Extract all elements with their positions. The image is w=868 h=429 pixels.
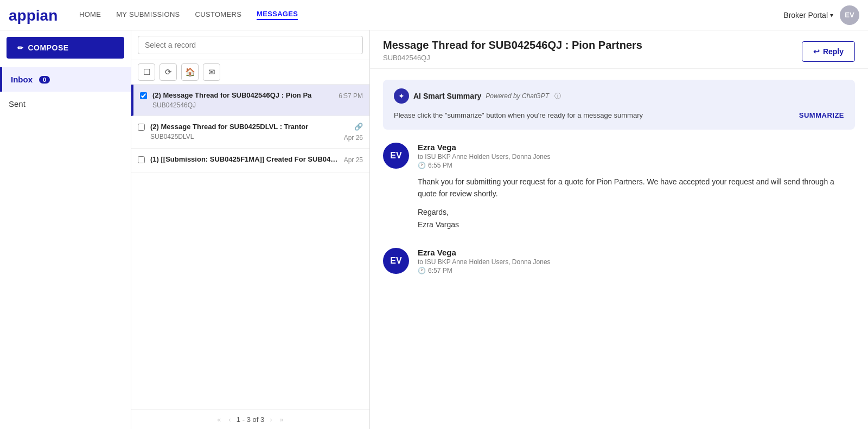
message-time: Apr 25 bbox=[344, 156, 363, 164]
thread-title: Message Thread for SUB042546QJ : Pion Pa… bbox=[383, 39, 642, 52]
message-sub: SUB042546QJ bbox=[152, 101, 333, 109]
ai-icon: ✦ bbox=[394, 88, 409, 104]
nav-links: HOME MY SUBMISSIONS CUSTOMERS MESSAGES bbox=[79, 10, 298, 20]
thread-panel: Message Thread for SUB042546QJ : Pion Pa… bbox=[370, 30, 868, 429]
nav-right: Broker Portal ▾ EV bbox=[783, 5, 859, 25]
app-logo[interactable]: appian bbox=[9, 7, 58, 24]
email-message: EV Ezra Vega to ISU BKP Anne Holden User… bbox=[383, 248, 855, 274]
main-layout: ✏ COMPOSE Inbox 0 Sent ☐ ⟳ 🏠 bbox=[0, 30, 868, 429]
email-sender: Ezra Vega bbox=[418, 248, 855, 257]
message-item[interactable]: (1) [[Submission: SUB0425F1MA]] Created … bbox=[131, 149, 369, 172]
broker-portal-dropdown[interactable]: Broker Portal ▾ bbox=[783, 11, 833, 20]
chevron-down-icon: ▾ bbox=[830, 11, 833, 19]
first-page-button[interactable]: « bbox=[215, 414, 223, 425]
pagination-range: 1 - 3 of 3 bbox=[237, 415, 264, 424]
message-subject: (2) Message Thread for SUB042546QJ : Pio… bbox=[152, 91, 333, 100]
archive-icon: 🏠 bbox=[185, 67, 195, 77]
ai-summary-block: ✦ AI Smart Summary Powered by ChatGPT ⓘ … bbox=[383, 80, 855, 130]
search-bar-row bbox=[131, 30, 369, 60]
thread-header: Message Thread for SUB042546QJ : Pion Pa… bbox=[370, 30, 868, 69]
message-checkbox[interactable] bbox=[138, 156, 145, 163]
email-message: EV Ezra Vega to ISU BKP Anne Holden User… bbox=[383, 143, 855, 231]
user-avatar[interactable]: EV bbox=[840, 5, 859, 25]
nav-home[interactable]: HOME bbox=[79, 10, 101, 20]
checkbox-icon: ☐ bbox=[143, 67, 150, 77]
ai-powered-by: Powered by ChatGPT bbox=[486, 92, 549, 100]
ai-summary-text: Please click the "summarize" button when… bbox=[394, 110, 790, 121]
sender-avatar: EV bbox=[383, 248, 409, 274]
message-item[interactable]: (2) Message Thread for SUB042546QJ : Pio… bbox=[131, 85, 369, 116]
search-input[interactable] bbox=[138, 36, 363, 54]
email-time: 🕐 6:55 PM bbox=[418, 162, 855, 169]
nav-customers[interactable]: CUSTOMERS bbox=[195, 10, 242, 20]
clock-icon: 🕐 bbox=[418, 267, 426, 274]
email-time: 🕐 6:57 PM bbox=[418, 267, 855, 274]
clock-icon: 🕐 bbox=[418, 162, 426, 169]
message-time: 6:57 PM bbox=[339, 92, 363, 100]
sent-label: Sent bbox=[9, 99, 25, 108]
reply-icon: ↩ bbox=[813, 47, 820, 56]
thread-subtitle: SUB042546QJ bbox=[383, 54, 642, 62]
email-to: to ISU BKP Anne Holden Users, Donna Jone… bbox=[418, 153, 855, 161]
nav-my-submissions[interactable]: MY SUBMISSIONS bbox=[116, 10, 180, 20]
pencil-icon: ✏ bbox=[17, 44, 24, 52]
toolbar-row: ☐ ⟳ 🏠 ✉ bbox=[131, 60, 369, 85]
left-sidebar: ✏ COMPOSE Inbox 0 Sent bbox=[0, 30, 131, 429]
compose-button[interactable]: ✏ COMPOSE bbox=[7, 37, 124, 59]
inbox-badge: 0 bbox=[39, 76, 50, 84]
prev-page-button[interactable]: ‹ bbox=[227, 414, 233, 425]
thread-content: ✦ AI Smart Summary Powered by ChatGPT ⓘ … bbox=[370, 69, 868, 429]
email-content: Thank you for submitting your request fo… bbox=[418, 176, 855, 231]
refresh-button[interactable]: ⟳ bbox=[159, 63, 177, 81]
message-list: (2) Message Thread for SUB042546QJ : Pio… bbox=[131, 85, 369, 409]
envelope-icon: ✉ bbox=[208, 67, 215, 77]
sidebar-navigation: Inbox 0 Sent bbox=[0, 65, 131, 118]
message-list-panel: ☐ ⟳ 🏠 ✉ (2) Message Thread for SUB042546… bbox=[131, 30, 370, 429]
refresh-icon: ⟳ bbox=[165, 67, 172, 77]
sidebar-item-inbox[interactable]: Inbox 0 bbox=[0, 67, 131, 92]
email-to: to ISU BKP Anne Holden Users, Donna Jone… bbox=[418, 258, 855, 266]
message-sub: SUB0425DLVL bbox=[150, 133, 339, 140]
last-page-button[interactable]: » bbox=[278, 414, 286, 425]
pagination-row: « ‹ 1 - 3 of 3 › » bbox=[131, 409, 369, 429]
nav-messages[interactable]: MESSAGES bbox=[257, 10, 298, 20]
message-item[interactable]: (2) Message Thread for SUB0425DLVL : Tra… bbox=[131, 116, 369, 149]
next-page-button[interactable]: › bbox=[267, 414, 274, 425]
reply-button[interactable]: ↩ Reply bbox=[802, 41, 855, 62]
email-sender: Ezra Vega bbox=[418, 143, 855, 152]
inbox-label: Inbox bbox=[11, 75, 33, 84]
sender-avatar: EV bbox=[383, 143, 409, 169]
ai-summary-title: AI Smart Summary bbox=[413, 92, 481, 100]
message-checkbox[interactable] bbox=[140, 92, 147, 99]
summarize-button[interactable]: SUMMARIZE bbox=[799, 111, 844, 119]
message-checkbox[interactable] bbox=[138, 124, 145, 131]
mark-read-button[interactable]: ✉ bbox=[203, 63, 220, 81]
message-subject: (1) [[Submission: SUB0425F1MA]] Created … bbox=[150, 155, 339, 164]
attachment-icon: 🔗 bbox=[354, 123, 363, 131]
message-time: Apr 26 bbox=[344, 134, 363, 142]
archive-button[interactable]: 🏠 bbox=[181, 63, 199, 81]
svg-text:appian: appian bbox=[9, 7, 58, 24]
message-subject: (2) Message Thread for SUB0425DLVL : Tra… bbox=[150, 123, 339, 132]
sidebar-item-sent[interactable]: Sent bbox=[0, 92, 131, 116]
select-all-button[interactable]: ☐ bbox=[138, 63, 155, 81]
top-navigation: appian HOME MY SUBMISSIONS CUSTOMERS MES… bbox=[0, 0, 868, 30]
ai-info-icon[interactable]: ⓘ bbox=[554, 92, 561, 101]
